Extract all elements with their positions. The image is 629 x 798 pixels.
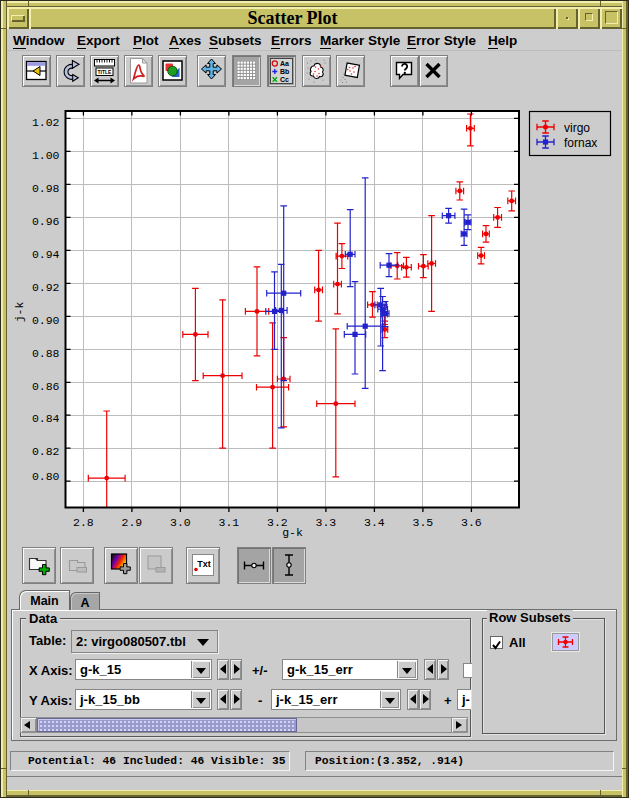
svg-text:0.80: 0.80 <box>32 470 60 483</box>
svg-text:3.6: 3.6 <box>461 516 482 529</box>
svg-text:Txt: Txt <box>197 559 211 569</box>
svg-text:0.86: 0.86 <box>32 380 60 393</box>
svg-text:g-k: g-k <box>282 526 303 539</box>
svg-text:0.88: 0.88 <box>32 347 60 360</box>
svg-text:TITLE: TITLE <box>98 69 113 75</box>
svg-text:fornax: fornax <box>564 136 597 150</box>
svg-text:3.4: 3.4 <box>364 516 385 529</box>
svg-text:3.1: 3.1 <box>219 516 240 529</box>
svg-text:3.3: 3.3 <box>316 516 337 529</box>
svg-text:0.84: 0.84 <box>32 412 60 425</box>
svg-text:0.82: 0.82 <box>32 445 60 458</box>
svg-text:3.5: 3.5 <box>413 516 434 529</box>
svg-text:0.98: 0.98 <box>32 182 60 195</box>
svg-text:2.8: 2.8 <box>73 516 94 529</box>
svg-text:0.92: 0.92 <box>32 281 60 294</box>
svg-text:1.02: 1.02 <box>32 116 60 129</box>
svg-text:Bb: Bb <box>280 68 289 75</box>
svg-text:2.9: 2.9 <box>122 516 143 529</box>
svg-text:0.94: 0.94 <box>32 248 60 261</box>
svg-text:Cc: Cc <box>280 76 289 83</box>
svg-text:0.96: 0.96 <box>32 215 60 228</box>
svg-text:virgo: virgo <box>564 121 590 135</box>
svg-text:j-k: j-k <box>13 302 26 323</box>
svg-text:3.0: 3.0 <box>170 516 191 529</box>
svg-text:Aa: Aa <box>280 60 289 67</box>
svg-text:1.00: 1.00 <box>32 149 60 162</box>
svg-text:0.90: 0.90 <box>32 314 60 327</box>
